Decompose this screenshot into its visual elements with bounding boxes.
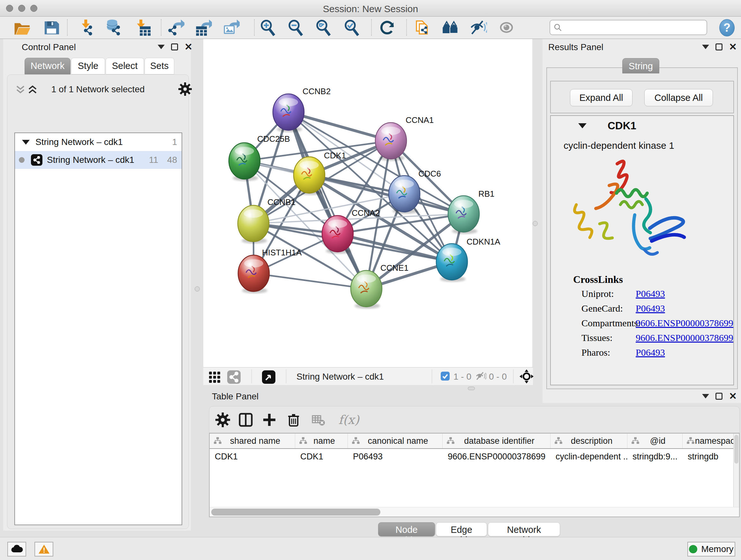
node-label-HIST1H1A: HIST1H1A	[262, 248, 302, 257]
show-columns-icon[interactable]	[237, 411, 255, 429]
window-title: Session: New Session	[0, 3, 741, 14]
delete-table-icon[interactable]	[310, 411, 327, 429]
tab-node-table[interactable]: Node Table	[378, 522, 435, 537]
network-options-gear-icon[interactable]	[179, 82, 192, 97]
open-session-icon[interactable]	[12, 18, 30, 37]
cell-canonicalname[interactable]: P06493	[348, 449, 443, 464]
import-network-from-file-icon[interactable]	[77, 18, 96, 37]
function-builder-icon[interactable]: f(x)	[334, 411, 363, 429]
zoom-selected-icon[interactable]	[342, 18, 361, 37]
panel-float-icon[interactable]	[171, 44, 178, 51]
cell-databaseidentifier[interactable]: 9606.ENSP00000378699	[443, 449, 550, 464]
node-CCNB2[interactable]: CCNB2	[273, 86, 331, 132]
birdseye-view-icon[interactable]	[262, 370, 276, 385]
crosslink-link[interactable]: P06493	[636, 288, 665, 299]
cell-namespace[interactable]: stringdb	[683, 449, 740, 464]
crosslink-link[interactable]: P06493	[636, 347, 665, 358]
node-CCNE1[interactable]: CCNE1	[351, 263, 408, 309]
node-RB1[interactable]: RB1	[448, 189, 495, 234]
zoom-fit-icon[interactable]	[314, 18, 333, 37]
fit-content-crosshair-icon[interactable]	[520, 369, 534, 385]
column-header-databaseidentifier[interactable]: database identifier	[443, 434, 550, 448]
delete-column-trash-icon[interactable]	[285, 411, 302, 429]
export-network-icon[interactable]	[166, 18, 185, 37]
warnings-button[interactable]	[35, 542, 53, 557]
collapse-caret-icon[interactable]	[578, 123, 587, 128]
table-vertical-scrollbar[interactable]	[733, 434, 739, 516]
search-input[interactable]	[565, 23, 706, 33]
tab-string[interactable]: String	[622, 58, 659, 73]
bottom-splitter-grip[interactable]	[468, 387, 475, 390]
column-header-sharedname[interactable]: shared name	[210, 434, 295, 448]
gene-card-header[interactable]: CDK1	[551, 116, 733, 136]
column-header-description[interactable]: description	[550, 434, 627, 448]
panel-close-icon[interactable]: ✕	[729, 44, 737, 51]
column-header-name[interactable]: name	[295, 434, 348, 448]
hide-selected-icon[interactable]	[469, 18, 488, 37]
search-box[interactable]	[549, 20, 707, 35]
selected-checkbox-icon[interactable]	[441, 371, 450, 382]
column-header-id[interactable]: @id	[627, 434, 683, 448]
table-horizontal-scrollbar[interactable]	[210, 507, 739, 516]
duplicate-network-icon[interactable]	[413, 18, 431, 37]
edge-CCNB2-CCNE1[interactable]	[288, 112, 366, 289]
crosslink-link[interactable]: 9606.ENSP00000378699	[636, 332, 733, 343]
help-button[interactable]: ?	[719, 19, 735, 37]
scrollbar-thumb[interactable]	[211, 509, 381, 516]
panel-close-icon[interactable]: ✕	[185, 44, 192, 51]
panel-float-icon[interactable]	[716, 44, 723, 51]
crosslink-link[interactable]: 9606.ENSP00000378699	[636, 318, 733, 328]
cell-name[interactable]: CDK1	[295, 449, 348, 464]
grid-view-icon[interactable]	[208, 370, 221, 384]
cloud-button[interactable]	[7, 542, 26, 557]
node-CDKN1A[interactable]: CDKN1A	[436, 237, 500, 282]
node-CCNB1[interactable]: CCNB1	[238, 197, 295, 244]
search-icon	[553, 23, 562, 32]
tree-caret-icon[interactable]	[22, 140, 30, 145]
network-collection-row[interactable]: String Network – cdk1 1	[15, 133, 182, 151]
show-all-icon[interactable]	[497, 18, 516, 37]
refresh-icon[interactable]	[378, 18, 396, 37]
node-CDC25B[interactable]: CDC25B	[229, 134, 290, 181]
zoom-out-icon[interactable]	[286, 18, 305, 37]
tab-select[interactable]: Select	[106, 58, 144, 74]
left-splitter-grip[interactable]	[195, 287, 200, 292]
cell-description[interactable]: cyclin-dependent ...	[550, 449, 627, 464]
memory-label: Memory	[701, 544, 733, 554]
export-image-icon[interactable]	[222, 18, 240, 37]
export-table-icon[interactable]	[194, 18, 212, 37]
zoom-in-icon[interactable]	[259, 18, 277, 37]
save-session-icon[interactable]	[42, 18, 60, 37]
tab-network-table[interactable]: Network Table	[488, 522, 560, 537]
collapse-all-button[interactable]: Collapse All	[644, 89, 713, 106]
table-settings-gear-icon[interactable]	[214, 411, 232, 429]
cell-id[interactable]: stringdb:9...	[627, 449, 683, 464]
column-header-namespace[interactable]: namespace	[683, 434, 740, 448]
memory-button[interactable]: Memory	[687, 542, 735, 557]
panel-collapse-icon[interactable]	[702, 45, 709, 49]
tab-edge-table[interactable]: Edge Table	[436, 522, 487, 537]
tab-network[interactable]: Network	[24, 58, 71, 74]
add-column-icon[interactable]	[260, 411, 278, 429]
tab-sets[interactable]: Sets	[145, 58, 174, 74]
panel-float-icon[interactable]	[716, 393, 723, 400]
node-HIST1H1A[interactable]: HIST1H1A	[238, 248, 302, 294]
panel-collapse-icon[interactable]	[158, 45, 165, 49]
crosslink-link[interactable]: P06493	[636, 303, 665, 314]
network-canvas[interactable]: CCNB2CCNA1CDC25BCDK1CDC6RB1CCNB1CCNA2CDK…	[203, 39, 532, 367]
right-splitter-grip[interactable]	[533, 221, 538, 226]
table-row[interactable]: CDK1CDK1P064939606.ENSP00000378699cyclin…	[210, 449, 739, 464]
network-row[interactable]: String Network – cdk1 11 48	[15, 151, 182, 169]
cell-sharedname[interactable]: CDK1	[210, 449, 295, 464]
expand-all-button[interactable]: Expand All	[570, 89, 632, 106]
network-share-icon[interactable]	[227, 370, 241, 385]
panel-collapse-icon[interactable]	[702, 394, 709, 398]
tab-style[interactable]: Style	[71, 58, 105, 74]
panel-close-icon[interactable]: ✕	[729, 393, 737, 400]
table-panel-title: Table Panel	[212, 391, 259, 401]
import-network-from-database-icon[interactable]	[105, 18, 123, 37]
column-header-canonicalname[interactable]: canonical name	[348, 434, 443, 448]
first-neighbors-icon[interactable]	[441, 18, 460, 37]
edge-HIST1H1A-CCNE1[interactable]	[254, 273, 366, 289]
import-table-from-file-icon[interactable]	[133, 18, 151, 37]
